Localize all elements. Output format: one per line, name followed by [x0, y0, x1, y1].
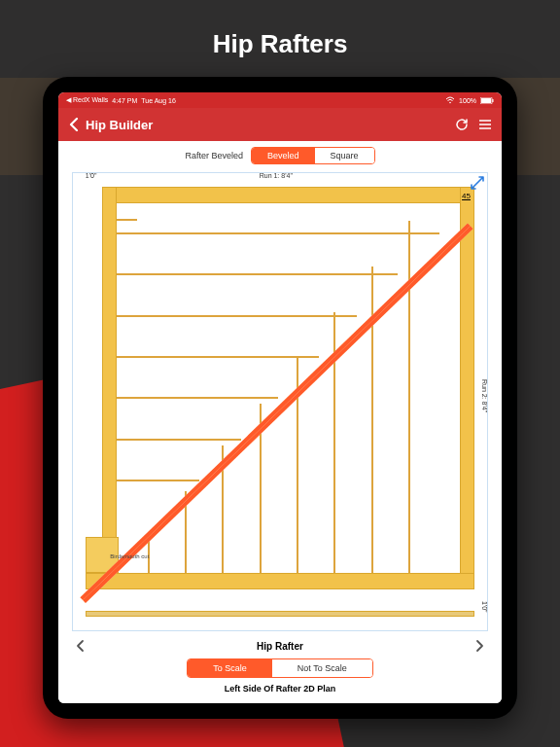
hip-rafter-line — [80, 223, 472, 602]
battery-icon — [480, 97, 494, 104]
run2-label: Run 2: 8'4" — [481, 379, 488, 412]
scale-option-not-to-scale[interactable]: Not To Scale — [272, 659, 372, 677]
menu-button[interactable] — [478, 119, 492, 130]
nav-bar: Hip Builder — [58, 108, 502, 141]
rafter-beveled-label: Rafter Beveled — [185, 151, 243, 160]
status-date: Tue Aug 16 — [141, 97, 176, 104]
status-time: 4:47 PM — [112, 97, 137, 104]
page-title: Hip Builder — [86, 118, 153, 132]
svg-rect-3 — [492, 99, 493, 102]
prev-rafter-button[interactable] — [74, 639, 88, 653]
rafter-beveled-option-square[interactable]: Square — [315, 148, 374, 163]
status-bar: ◀ RedX Walls 4:47 PM Tue Aug 16 100% — [58, 92, 502, 108]
rafter-beveled-option-beveled[interactable]: Beveled — [252, 148, 315, 163]
scale-segmented: To Scale Not To Scale — [187, 658, 372, 678]
hip-rafter-title: Hip Rafter — [88, 641, 472, 652]
overhang-left-label: 1'0" — [86, 172, 97, 179]
status-back-app[interactable]: ◀ RedX Walls — [66, 96, 108, 104]
next-rafter-button[interactable] — [472, 639, 486, 653]
hero-title: Hip Rafters — [0, 0, 560, 77]
run1-label: Run 1: 8'4" — [260, 172, 293, 179]
scale-option-to-scale[interactable]: To Scale — [188, 659, 272, 677]
rafter-beveled-row: Rafter Beveled Beveled Square — [58, 141, 502, 168]
resize-arrow-icon[interactable] — [470, 175, 485, 195]
status-battery: 100% — [459, 97, 476, 104]
content: Rafter Beveled Beveled Square — [58, 141, 502, 703]
rafter-beveled-segmented: Beveled Square — [251, 147, 375, 164]
svg-point-0 — [449, 102, 451, 104]
birdsmouth-label: Birdsmouth cut — [110, 553, 149, 559]
plan-label: Left Side Of Rafter 2D Plan — [68, 684, 492, 694]
wifi-icon — [445, 96, 455, 104]
refresh-button[interactable] — [455, 118, 469, 131]
tablet-frame: ◀ RedX Walls 4:47 PM Tue Aug 16 100% — [43, 77, 517, 719]
overhang-right-label: 1'0" — [481, 601, 488, 613]
svg-rect-2 — [481, 98, 491, 103]
back-button[interactable] — [68, 118, 80, 131]
bottom-panel: Hip Rafter To Scale Not To Scale Left Si… — [58, 633, 502, 703]
hip-diagram[interactable]: 1'0" Run 1: 8'4" Run 2: 8'4" 1'0" 45 Bir… — [72, 172, 488, 631]
screen: ◀ RedX Walls 4:47 PM Tue Aug 16 100% — [58, 92, 502, 703]
